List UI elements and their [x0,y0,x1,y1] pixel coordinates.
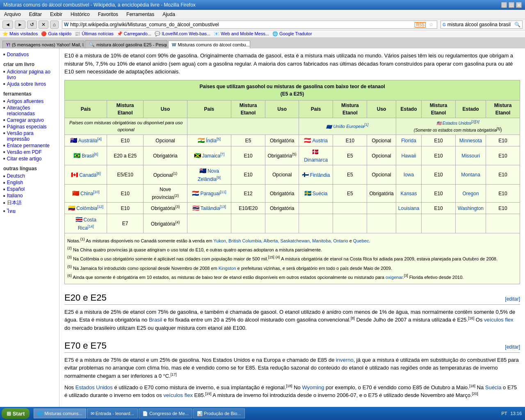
sidebar-link-versao-pdf[interactable]: Versão em PDF [3,149,56,155]
sidebar-link-thai[interactable]: ไทย [3,207,56,215]
search-icon[interactable]: 🔍 [514,22,520,27]
home-button[interactable]: ⌂ [50,21,59,29]
close-button[interactable]: ✕ [516,2,522,8]
sidebar-section-ferramentas: ferramentas Artigos afluentes Alterações… [3,91,56,162]
tab-yahoo-label: (5 mensagens novas) Yahoo! Mail, l... [12,42,84,47]
link-missouri[interactable]: Missouri [461,153,480,159]
taskbar-item-entrada[interactable]: ✉ Entrada - leonard... [87,409,138,415]
sidebar-link-paginas[interactable]: Páginas especiais [3,124,56,130]
edit-e20[interactable]: [editar] [505,295,520,303]
link-suecia[interactable]: Suécia [313,191,328,196]
taskbar-item-congresso[interactable]: 📄 Congresso de Me... [139,409,192,415]
taskbar-item-misturas[interactable]: 🌐 Misturas comuns... [34,409,86,415]
bookmark-web-mobile[interactable]: 📧 Web and Mobile Mess... [214,31,269,37]
link-india[interactable]: Índia[5] [206,138,221,144]
link-china[interactable]: China[10] [80,191,99,196]
sidebar-link-ajuda-livros[interactable]: Ajuda sobre livros [3,81,56,87]
link-paraguai[interactable]: Paraguai[11] [200,191,226,196]
link-kansas[interactable]: Kansas [400,191,417,196]
col-mistura-3: Mistura Etanol [333,100,367,118]
link-veiculos-flex-e70[interactable]: veículos flex [163,393,193,399]
stop-button[interactable]: ✕ [39,21,48,29]
link-inverno[interactable]: inverno [336,357,354,363]
sidebar-link-italiano[interactable]: Italiano [3,193,56,199]
link-brasil-e20[interactable]: Brasil [149,317,162,323]
subheader-empty [187,118,299,135]
sidebar-link-enlace[interactable]: Enlace permanente [3,143,56,148]
start-button[interactable]: ⊞ Start [2,408,30,415]
back-button[interactable]: ◄ [2,21,13,29]
col-uso-1: Uso [143,100,187,118]
link-australia[interactable]: Austrália[4] [78,138,102,144]
url-input[interactable] [70,22,413,27]
sidebar-link-donativos[interactable]: Donativos [3,52,56,57]
link-brasil[interactable]: Brasil[6] [82,153,98,159]
link-canada[interactable]: Canadá[8] [79,172,100,178]
link-estados-unidos[interactable]: Estados Unidos[2][3] [443,121,479,126]
col-pais-1: País [65,100,107,118]
edit-e70[interactable]: [editar] [505,343,520,351]
sidebar-link-adicionar[interactable]: Adicionar página ao livro [3,69,56,80]
link-wyoming[interactable]: Wyoming [302,384,324,390]
link-iowa[interactable]: Iowa [404,172,414,178]
menu-historico[interactable]: Histórico [68,11,92,18]
link-estados-unidos-e70[interactable]: Estados Unidos [75,384,113,390]
link-hawaii[interactable]: Hawaii [401,153,416,159]
menu-exibir[interactable]: Exibir [48,11,65,18]
bookmark-mais-visitados[interactable]: ⭐ Mais visitados [2,31,38,37]
taskbar[interactable]: ⊞ Start 🌐 Misturas comuns... ✉ Entrada -… [0,407,525,415]
reload-button[interactable]: ↺ [27,21,37,29]
minimize-button[interactable]: _ [501,2,507,8]
menu-arquivo[interactable]: Arquivo [2,11,23,18]
menu-ajuda[interactable]: Ajuda [160,11,178,18]
forward-button[interactable]: ► [15,21,25,29]
maximize-button[interactable]: □ [509,2,514,8]
sidebar-link-alteracoes[interactable]: Alterações relacionadas [3,105,56,116]
sidebar-link-afluentes[interactable]: Artigos afluentes [3,98,56,104]
menu-favoritos[interactable]: Favoritos [96,11,121,18]
bookmark-carregando[interactable]: 📌 Carregando... [117,31,151,37]
window-controls[interactable]: _ □ ✕ [501,2,522,8]
link-oregon[interactable]: Oregon [463,191,479,196]
bookmark-noticias[interactable]: 📰 Últimas notícias [75,31,114,37]
bookmark-google-tradutor[interactable]: 🌐 Google Tradutor [272,31,312,37]
link-washington[interactable]: Washington [458,205,484,211]
menu-ferramentas[interactable]: Ferramentas [124,11,157,18]
link-louisiana[interactable]: Louisiana [398,205,419,211]
heading-e70: E70 e E75 [editar] [64,339,520,353]
link-montana[interactable]: Montana [461,172,480,178]
sidebar-link-carregar[interactable]: Carregar arquivo [3,117,56,123]
sidebar-link-english[interactable]: English [3,180,56,185]
note-3: (3) Na Colômbia o uso obrigatório soment… [67,255,517,262]
tab-pesquisa[interactable]: 🔍 mistura álcool gasolina E25 - Pesqui..… [85,40,167,48]
sidebar-link-deutsch[interactable]: Deutsch [3,173,56,179]
link-colombia[interactable]: Colômbia[12] [76,205,103,211]
search-input[interactable] [447,22,514,27]
link-minnesota[interactable]: Minnesota [459,138,482,144]
link-finlandia[interactable]: Finlândia [310,172,330,178]
sidebar-link-espanol[interactable]: Español [3,186,56,192]
link-suecia-e70[interactable]: Suécia [485,384,502,390]
taskbar-item-producao[interactable]: 📊 Produção de Bio... [193,409,245,415]
tab-yahoo[interactable]: Y! (5 mensagens novas) Yahoo! Mail, l...… [2,41,84,48]
toolbar: ◄ ► ↺ ✕ ⌂ W RSS ☆ G 🔍 [0,19,525,30]
link-jamaica[interactable]: Jamaica[7] [202,153,225,159]
star-icon[interactable]: ☆ [429,22,434,27]
note-4: (5) Na Jamaica foi introduzido como opci… [67,264,517,272]
link-veiculos-flex[interactable]: veículos flex [484,317,514,323]
bookmark-guia-rapido[interactable]: 🔴 Guia rápido [41,31,71,37]
tab-misturas[interactable]: W Misturas comuns do álcool combu... ✕ [168,41,250,48]
bookmark-iloveim[interactable]: 💬 ILoveIM.com Web-bas... [155,31,210,37]
link-dinamarca[interactable]: Dinamarca [304,157,328,163]
sidebar-link-japanese[interactable]: 日本語 [3,199,56,206]
sidebar-link-versao-impressao[interactable]: Versão para impressão [3,130,56,142]
search-bar[interactable]: G 🔍 [441,21,523,29]
address-bar[interactable]: W RSS ☆ [62,21,437,29]
menu-editar[interactable]: Editar [27,11,44,18]
link-austria[interactable]: Austria [312,138,327,144]
link-florida[interactable]: Florida [401,138,416,144]
sidebar-link-citar[interactable]: Citar este artigo [3,156,56,162]
link-uniao-europeia[interactable]: União Europeia[1] [333,124,368,129]
col-mistura-2: Mistura Etanol [231,100,265,118]
link-tailandia[interactable]: Tailândia[13] [201,205,226,211]
